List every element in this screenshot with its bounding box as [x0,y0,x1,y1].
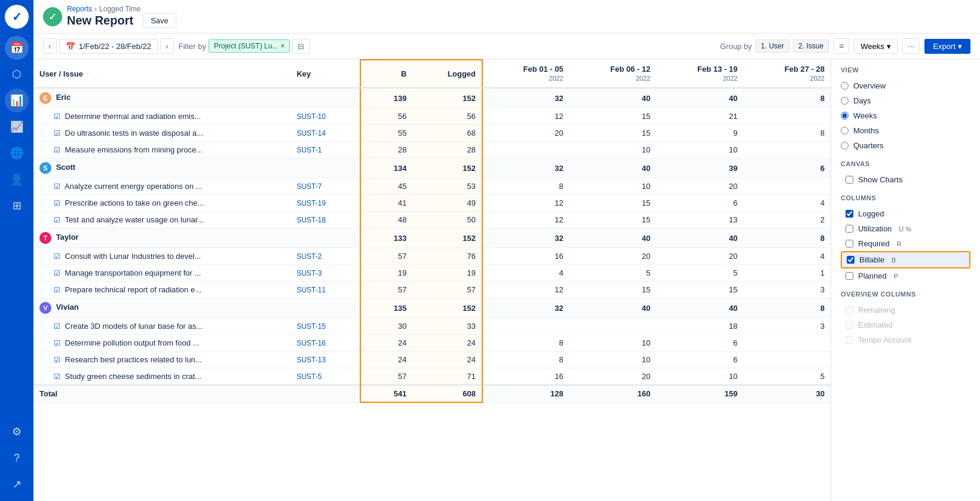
nav-icon-grid[interactable]: ⊞ [5,194,29,218]
cell-feb27-28 [743,142,831,158]
checkbox-required[interactable] [846,240,853,248]
issue-check-icon: ☑ [54,146,60,154]
logged-time-table: User / Issue ↑ Key B Logged Feb 01 - 052… [33,59,831,403]
app-logo[interactable]: ✓ [5,5,29,29]
column-item-planned[interactable]: PlannedP [841,268,970,283]
show-charts-checkbox-item[interactable]: Show Charts [841,172,970,187]
cell-feb27-28 [743,178,831,195]
cell-key [290,88,360,108]
cell-user-name: V Vivian [33,298,290,318]
period-label: Weeks [860,42,884,51]
save-button[interactable]: Save [143,13,176,28]
cell-feb13-19: 6 [656,195,743,212]
table-row: ☑ Analyze current energy operations on .… [33,178,831,195]
show-charts-checkbox[interactable] [846,176,853,184]
jira-link[interactable]: SUST-1 [296,146,321,154]
next-period-button[interactable]: › [160,38,174,54]
jira-link[interactable]: SUST-18 [296,216,326,224]
nav-icon-settings[interactable]: ⚙ [5,420,29,444]
view-option-overview[interactable]: Overview [841,78,970,93]
issue-check-icon: ☑ [54,356,60,364]
filter-tag-project[interactable]: Project (SUST) Lu... × [209,39,290,53]
view-option-days[interactable]: Days [841,93,970,108]
view-option-quarters[interactable]: Quarters [841,138,970,153]
nav-icon-help[interactable]: ? [5,446,29,470]
jira-link[interactable]: SUST-19 [296,199,326,207]
jira-link[interactable]: SUST-16 [296,339,326,347]
nav-icon-globe[interactable]: 🌐 [5,141,29,165]
view-label-quarters: Quarters [853,141,884,150]
overview-columns-section-label: OVERVIEW COLUMNS [841,291,970,298]
column-item-required[interactable]: RequiredR [841,236,970,251]
cell-feb27-28: 4 [743,248,831,265]
cell-feb01-05: 12 [482,195,569,212]
cell-key [290,298,360,318]
cell-b: 55 [360,125,412,142]
cell-feb27-28: 8 [743,125,831,142]
col-header-b: B [360,60,412,88]
radio-weeks[interactable] [841,112,849,120]
nav-icon-line-chart[interactable]: 📈 [5,115,29,139]
cell-feb27-28: 3 [743,318,831,335]
columns-menu-button[interactable]: ≡ [834,38,849,54]
table-row: E Eric 139 152 32 40 40 8 [33,88,831,108]
nav-icon-calendar[interactable]: 📅 [5,36,29,60]
radio-months[interactable] [841,127,849,135]
radio-overview[interactable] [841,82,849,90]
export-button[interactable]: Export ▾ [924,39,970,54]
cell-feb27-28: 8 [743,88,831,108]
column-item-billable[interactable]: BillableB [841,251,970,268]
jira-link[interactable]: SUST-3 [296,269,321,277]
cell-logged: 68 [412,125,482,142]
filter-tag-clear[interactable]: × [280,42,284,50]
cell-feb01-05: 12 [482,282,569,298]
avatar: S [39,162,51,174]
cell-feb01-05: 12 [482,108,569,125]
nav-icon-bar-chart[interactable]: 📊 [5,88,29,112]
view-option-weeks[interactable]: Weeks [841,108,970,123]
group-tag-user[interactable]: 1. User [755,39,789,53]
nav-icon-arrow-out[interactable]: ↗ [5,472,29,496]
cell-issue-name: ☑ Prescribe actions to take on green che… [33,195,290,212]
cell-logged: 50 [412,212,482,228]
checkbox-billable[interactable] [847,256,855,264]
period-selector-button[interactable]: Weeks ▾ [854,39,898,54]
col-abbr-planned: P [894,273,898,280]
group-tag-issue[interactable]: 2. Issue [793,39,829,53]
more-options-button[interactable]: ··· [902,38,920,54]
checkbox-utilization[interactable] [846,225,853,233]
jira-link[interactable]: SUST-7 [296,182,321,191]
jira-link[interactable]: SUST-10 [296,112,326,121]
jira-link[interactable]: SUST-13 [296,356,326,364]
cell-feb13-19: 40 [656,298,743,318]
table-row: ☑ Determine pollution output from food .… [33,335,831,352]
col-label-planned: Planned [858,271,887,280]
issue-check-icon: ☑ [54,372,60,381]
cell-feb06-12: 15 [569,212,657,228]
view-option-months[interactable]: Months [841,123,970,138]
col-header-feb27-28: Feb 27 - 282022 [743,60,831,88]
cell-issue-name: ☑ Manage transportation equipment for ..… [33,265,290,282]
nav-icon-user[interactable]: 👤 [5,167,29,191]
breadcrumb-reports-link[interactable]: Reports [67,5,92,13]
cell-user-name: S Scott [33,158,290,178]
jira-link[interactable]: SUST-11 [296,286,326,294]
filter-funnel-button[interactable]: ⊟ [292,39,310,54]
cell-key: SUST-19 [290,195,360,212]
jira-link[interactable]: SUST-14 [296,129,326,138]
column-item-utilization[interactable]: UtilizationU % [841,221,970,236]
column-item-logged[interactable]: Logged [841,206,970,221]
ov-label-tempo_account: Tempo Account [858,335,911,344]
checkbox-logged[interactable] [846,210,853,218]
cell-b: 19 [360,265,412,282]
nav-icon-hex[interactable]: ⬡ [5,62,29,86]
prev-period-button[interactable]: ‹ [43,38,57,54]
checkbox-planned[interactable] [846,272,853,280]
jira-link[interactable]: SUST-2 [296,252,321,261]
date-range-picker[interactable]: 📅 1/Feb/22 - 28/Feb/22 [59,39,158,54]
jira-link[interactable]: SUST-5 [296,372,321,381]
radio-days[interactable] [841,97,849,105]
radio-quarters[interactable] [841,142,849,149]
cell-key: SUST-14 [290,125,360,142]
jira-link[interactable]: SUST-15 [296,322,326,331]
